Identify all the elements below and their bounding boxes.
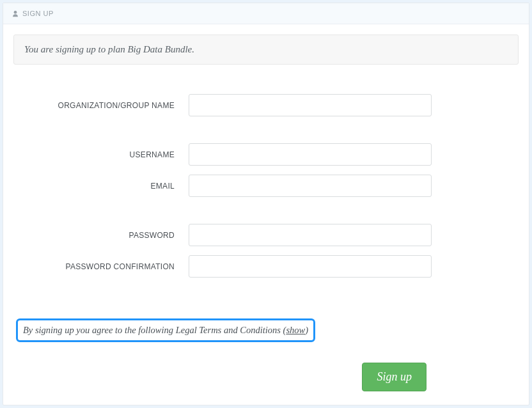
signup-button[interactable]: Sign up (362, 363, 426, 391)
username-input[interactable] (189, 143, 432, 166)
org-label: ORGANIZATION/GROUP NAME (16, 101, 189, 110)
email-input[interactable] (189, 175, 432, 197)
user-icon (12, 10, 19, 17)
password-label: PASSWORD (16, 231, 189, 240)
org-input[interactable] (189, 94, 432, 116)
legal-text: By signing up you agree to the following… (23, 325, 286, 335)
panel-title: SIGN UP (22, 10, 54, 17)
panel-header: SIGN UP (3, 3, 529, 24)
plan-notice: You are signing up to plan Big Data Bund… (13, 35, 519, 65)
signup-panel: SIGN UP You are signing up to plan Big D… (3, 3, 529, 405)
email-label: EMAIL (16, 182, 189, 191)
form-row-password: PASSWORD (16, 224, 516, 246)
legal-close-paren: ) (305, 325, 308, 335)
password-confirm-label: PASSWORD CONFIRMATION (16, 262, 189, 271)
form-row-username: USERNAME (16, 143, 516, 166)
password-confirm-input[interactable] (189, 255, 432, 278)
form-actions: Sign up (16, 363, 516, 391)
signup-form: ORGANIZATION/GROUP NAME USERNAME EMAIL P… (13, 94, 519, 391)
form-row-email: EMAIL (16, 175, 516, 197)
show-terms-link[interactable]: show (286, 325, 305, 335)
legal-terms-box: By signing up you agree to the following… (16, 318, 315, 342)
password-input[interactable] (189, 224, 432, 246)
form-row-password-confirm: PASSWORD CONFIRMATION (16, 255, 516, 278)
username-label: USERNAME (16, 150, 189, 159)
panel-body: You are signing up to plan Big Data Bund… (3, 24, 529, 402)
form-row-org: ORGANIZATION/GROUP NAME (16, 94, 516, 116)
svg-point-0 (14, 10, 17, 13)
